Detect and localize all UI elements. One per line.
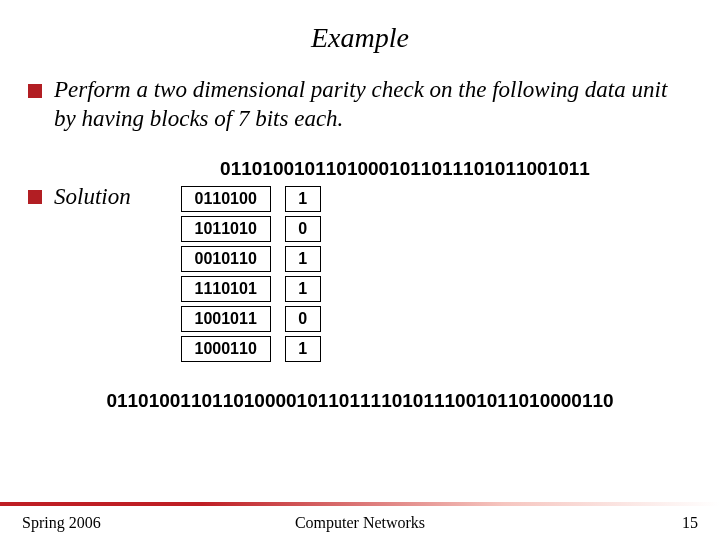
table-row: 1110101 1 — [181, 276, 321, 302]
prompt-row: Perform a two dimensional parity check o… — [28, 76, 720, 134]
parity-cell: 1 — [285, 246, 321, 272]
footer-center: Computer Networks — [0, 514, 720, 532]
prompt-text: Perform a two dimensional parity check o… — [54, 76, 684, 134]
table-row: 1001011 0 — [181, 306, 321, 332]
bullet-icon — [28, 190, 42, 204]
footer: Computer Networks Spring 2006 15 — [0, 514, 720, 532]
bits-cell: 0110100 — [181, 186, 271, 212]
table-row: 0010110 1 — [181, 246, 321, 272]
output-bitstring: 0110100110110100001011011110101110010110… — [0, 390, 720, 412]
bullet-icon — [28, 84, 42, 98]
table-row: 0110100 1 — [181, 186, 321, 212]
table-row: 1000110 1 — [181, 336, 321, 362]
bits-cell: 1000110 — [181, 336, 271, 362]
parity-cell: 1 — [285, 186, 321, 212]
input-bitstring: 01101001011010001011011101011001011 — [90, 158, 720, 180]
table-row: 1011010 0 — [181, 216, 321, 242]
parity-cell: 1 — [285, 336, 321, 362]
parity-cell: 0 — [285, 306, 321, 332]
divider-gradient — [0, 502, 720, 506]
bits-cell: 1001011 — [181, 306, 271, 332]
solution-row: Solution — [28, 184, 131, 210]
parity-cell: 0 — [285, 216, 321, 242]
parity-cell: 1 — [285, 276, 321, 302]
bits-cell: 1110101 — [181, 276, 271, 302]
solution-label: Solution — [54, 184, 131, 210]
solution-area: Solution 0110100 1 1011010 0 0010110 1 1… — [0, 184, 720, 362]
page-number: 15 — [682, 514, 698, 532]
slide-title: Example — [0, 22, 720, 54]
parity-table: 0110100 1 1011010 0 0010110 1 1110101 1 … — [181, 186, 321, 362]
bits-cell: 1011010 — [181, 216, 271, 242]
bits-cell: 0010110 — [181, 246, 271, 272]
footer-left: Spring 2006 — [22, 514, 101, 532]
